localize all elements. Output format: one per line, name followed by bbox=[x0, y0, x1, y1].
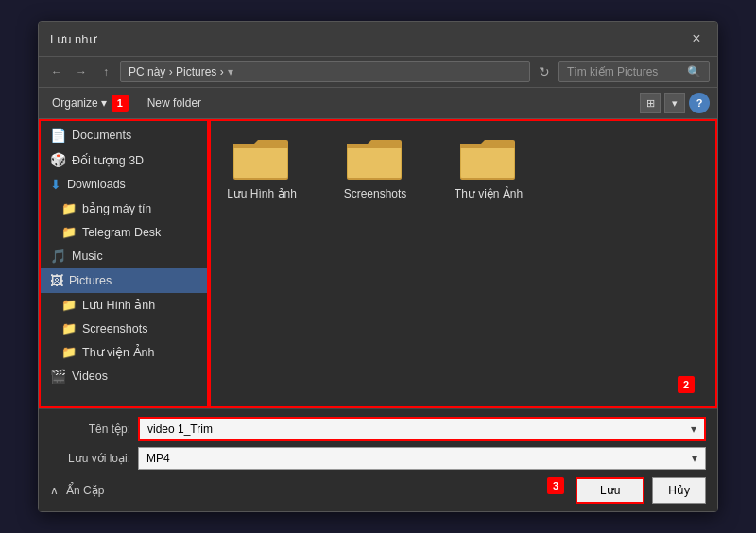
folder-label-luu: Lưu Hình ảnh bbox=[227, 187, 297, 200]
screenshots-sidebar-icon: 📁 bbox=[61, 321, 77, 335]
back-button[interactable]: ← bbox=[46, 61, 67, 82]
luu-hinh-anh-icon: 📁 bbox=[61, 298, 77, 312]
new-folder-label: New folder bbox=[147, 96, 201, 110]
expand-button[interactable]: ∧ Ẩn Cặp bbox=[50, 484, 104, 497]
file-area-wrapper: Lưu Hình ảnh Screenshots bbox=[209, 119, 717, 408]
annotation-3: 3 bbox=[547, 477, 564, 494]
organize-dropdown-icon: ▾ bbox=[101, 96, 107, 110]
folder-label-screenshots: Screenshots bbox=[344, 187, 407, 200]
pictures-icon: 🖼 bbox=[50, 273, 63, 288]
music-icon: 🎵 bbox=[50, 249, 66, 264]
view-options-button[interactable]: ⊞ bbox=[640, 93, 661, 113]
videos-icon: 🎬 bbox=[50, 369, 66, 384]
title-bar: Lưu như × bbox=[39, 22, 717, 57]
toolbar: Organize ▾ 1 New folder ⊞ ▾ ? bbox=[39, 88, 717, 119]
path-dropdown[interactable]: ▾ bbox=[228, 65, 233, 78]
sidebar-item-label-bang: bảng máy tín bbox=[82, 201, 151, 215]
folder-screenshots[interactable]: Screenshots bbox=[337, 134, 413, 200]
sidebar-item-label-pictures: Pictures bbox=[69, 274, 112, 287]
sidebar-item-label-screenshots: Screenshots bbox=[82, 322, 147, 335]
downloads-icon: ⬇ bbox=[50, 177, 61, 192]
folder-icon-screenshots bbox=[347, 134, 404, 181]
expand-icon: ∧ bbox=[50, 484, 59, 497]
sidebar-item-label-3d: Đối tượng 3D bbox=[72, 153, 144, 167]
sidebar-item-3d[interactable]: 🎲 Đối tượng 3D bbox=[39, 147, 208, 172]
toolbar-right: ⊞ ▾ ? bbox=[640, 93, 710, 113]
bang-may-tinh-icon: 📁 bbox=[61, 201, 77, 215]
forward-button[interactable]: → bbox=[71, 61, 92, 82]
bottom-area: Tên tệp: video 1_Trim ▾ Lưu với loại: MP… bbox=[39, 408, 717, 511]
sidebar-item-luu-hinh-anh[interactable]: 📁 Lưu Hình ảnh bbox=[39, 293, 208, 317]
folder-thu-vien-anh[interactable]: Thư viện Ảnh bbox=[451, 134, 526, 200]
footer-row: ∧ Ẩn Cặp 3 Lưu Hủy bbox=[50, 477, 706, 504]
expand-label: Ẩn Cặp bbox=[66, 484, 104, 497]
view-dropdown-button[interactable]: ▾ bbox=[664, 93, 685, 113]
sidebar-item-label-thu-vien: Thư viện Ảnh bbox=[82, 345, 154, 359]
sidebar-item-music[interactable]: 🎵 Music bbox=[39, 244, 208, 268]
save-button[interactable]: Lưu bbox=[576, 477, 644, 504]
filetype-label: Lưu với loại: bbox=[50, 452, 130, 465]
file-area: Lưu Hình ảnh Screenshots bbox=[209, 119, 717, 408]
sidebar-item-label-downloads: Downloads bbox=[67, 178, 126, 191]
sidebar-item-label-documents: Documents bbox=[72, 129, 131, 142]
sidebar-item-thu-vien-anh[interactable]: 📁 Thư viện Ảnh bbox=[39, 340, 208, 364]
view-icon: ⊞ bbox=[646, 97, 655, 110]
main-content: 📄 Documents 🎲 Đối tượng 3D ⬇ Downloads 📁… bbox=[39, 119, 717, 408]
filetype-row: Lưu với loại: MP4 ▾ bbox=[50, 447, 706, 470]
folder-icon-thu-vien bbox=[460, 134, 517, 181]
organize-button[interactable]: Organize ▾ 1 bbox=[46, 92, 134, 114]
sidebar-item-telegram[interactable]: 📁 Telegram Desk bbox=[39, 220, 208, 244]
annotation-2-badge: 2 bbox=[676, 376, 695, 393]
dialog-title: Lưu như bbox=[50, 32, 96, 46]
save-dialog: Lưu như × ← → ↑ PC này › Pictures › ▾ ↻ … bbox=[38, 21, 718, 512]
sidebar-item-bang-may-tinh[interactable]: 📁 bảng máy tín bbox=[39, 197, 208, 220]
sidebar-item-label-music: Music bbox=[72, 249, 103, 263]
sidebar-item-label-videos: Videos bbox=[72, 370, 108, 383]
help-button[interactable]: ? bbox=[689, 93, 710, 113]
filetype-dropdown-icon[interactable]: ▾ bbox=[692, 452, 697, 465]
sidebar-item-videos[interactable]: 🎬 Videos bbox=[39, 364, 208, 388]
organize-label: Organize bbox=[52, 96, 98, 110]
folder-icon-luu bbox=[233, 134, 290, 181]
sidebar-item-documents[interactable]: 📄 Documents bbox=[39, 123, 208, 147]
folder-label-thu-vien: Thư viện Ảnh bbox=[455, 187, 523, 200]
telegram-icon: 📁 bbox=[61, 225, 77, 239]
folder-luu-hinh-anh[interactable]: Lưu Hình ảnh bbox=[224, 134, 300, 200]
3d-icon: 🎲 bbox=[50, 152, 66, 167]
sidebar-item-screenshots[interactable]: 📁 Screenshots bbox=[39, 317, 208, 340]
cancel-button[interactable]: Hủy bbox=[652, 477, 706, 504]
filename-row: Tên tệp: video 1_Trim ▾ bbox=[50, 417, 706, 441]
svg-rect-7 bbox=[347, 144, 402, 148]
filename-value: video 1_Trim bbox=[147, 422, 213, 436]
footer-buttons: 3 Lưu Hủy bbox=[545, 477, 706, 504]
view-dropdown-icon: ▾ bbox=[672, 97, 678, 110]
filetype-select[interactable]: MP4 ▾ bbox=[138, 447, 706, 470]
annotation-1: 1 bbox=[112, 95, 129, 112]
refresh-button[interactable]: ↻ bbox=[534, 61, 555, 82]
sidebar-item-label-telegram: Telegram Desk bbox=[82, 226, 161, 239]
path-display: PC này › Pictures › bbox=[129, 65, 224, 78]
filename-dropdown-icon[interactable]: ▾ bbox=[691, 422, 696, 436]
sidebar-item-label-luu: Lưu Hình ảnh bbox=[82, 298, 155, 312]
svg-rect-11 bbox=[460, 144, 515, 148]
address-path[interactable]: PC này › Pictures › ▾ bbox=[120, 61, 530, 82]
annotation-2: 2 bbox=[678, 376, 695, 393]
filename-label: Tên tệp: bbox=[50, 422, 130, 436]
address-bar: ← → ↑ PC này › Pictures › ▾ ↻ Tìm kiếm P… bbox=[39, 57, 717, 88]
up-button[interactable]: ↑ bbox=[95, 61, 116, 82]
sidebar-wrapper: 📄 Documents 🎲 Đối tượng 3D ⬇ Downloads 📁… bbox=[39, 119, 209, 408]
documents-icon: 📄 bbox=[50, 128, 66, 143]
sidebar-item-downloads[interactable]: ⬇ Downloads bbox=[39, 172, 208, 197]
close-button[interactable]: × bbox=[687, 29, 706, 48]
new-folder-button[interactable]: New folder bbox=[142, 94, 207, 112]
filename-input[interactable]: video 1_Trim ▾ bbox=[138, 417, 706, 441]
svg-rect-2 bbox=[234, 147, 287, 178]
filetype-value: MP4 bbox=[146, 452, 170, 465]
svg-rect-3 bbox=[233, 144, 288, 148]
search-placeholder: Tìm kiếm Pictures bbox=[567, 65, 658, 78]
search-box[interactable]: Tìm kiếm Pictures 🔍 bbox=[558, 61, 710, 82]
svg-rect-10 bbox=[461, 147, 514, 178]
sidebar: 📄 Documents 🎲 Đối tượng 3D ⬇ Downloads 📁… bbox=[39, 119, 209, 392]
search-icon: 🔍 bbox=[687, 65, 701, 78]
sidebar-item-pictures[interactable]: 🖼 Pictures bbox=[39, 268, 208, 293]
